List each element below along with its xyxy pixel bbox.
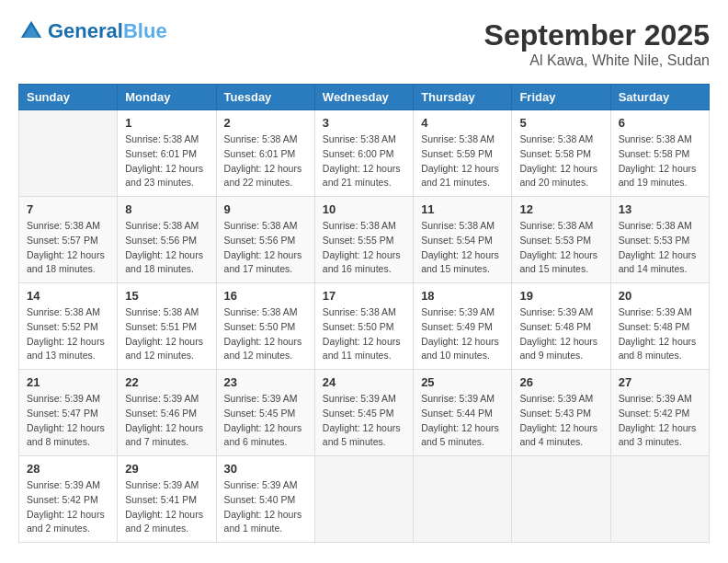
day-info: Sunrise: 5:38 AMSunset: 5:57 PMDaylight:… <box>27 219 109 277</box>
logo: GeneralBlue <box>18 18 167 44</box>
calendar-cell <box>19 110 118 197</box>
calendar-cell: 13Sunrise: 5:38 AMSunset: 5:53 PMDayligh… <box>610 197 709 283</box>
calendar-cell: 5Sunrise: 5:38 AMSunset: 5:58 PMDaylight… <box>512 110 610 197</box>
day-number: 17 <box>323 289 405 303</box>
day-number: 8 <box>125 202 208 216</box>
calendar-cell: 29Sunrise: 5:39 AMSunset: 5:41 PMDayligh… <box>118 456 216 543</box>
calendar-cell: 18Sunrise: 5:39 AMSunset: 5:49 PMDayligh… <box>414 283 512 370</box>
logo-text: GeneralBlue <box>48 21 167 41</box>
day-number: 25 <box>421 375 504 389</box>
calendar-cell: 9Sunrise: 5:38 AMSunset: 5:56 PMDaylight… <box>216 197 314 283</box>
calendar-cell <box>314 456 413 543</box>
calendar-table: SundayMondayTuesdayWednesdayThursdayFrid… <box>18 84 710 543</box>
header-thursday: Thursday <box>414 85 512 110</box>
calendar-cell <box>610 456 709 543</box>
day-number: 30 <box>224 462 307 476</box>
calendar-cell: 27Sunrise: 5:39 AMSunset: 5:42 PMDayligh… <box>610 370 709 456</box>
calendar-week-5: 28Sunrise: 5:39 AMSunset: 5:42 PMDayligh… <box>19 456 710 543</box>
day-info: Sunrise: 5:39 AMSunset: 5:42 PMDaylight:… <box>27 478 109 536</box>
calendar-cell: 24Sunrise: 5:39 AMSunset: 5:45 PMDayligh… <box>314 370 413 456</box>
day-info: Sunrise: 5:38 AMSunset: 5:56 PMDaylight:… <box>125 219 208 277</box>
calendar-week-2: 7Sunrise: 5:38 AMSunset: 5:57 PMDaylight… <box>19 197 710 283</box>
day-number: 10 <box>323 202 405 216</box>
calendar-cell: 16Sunrise: 5:38 AMSunset: 5:50 PMDayligh… <box>216 283 314 370</box>
calendar-cell: 11Sunrise: 5:38 AMSunset: 5:54 PMDayligh… <box>414 197 512 283</box>
day-info: Sunrise: 5:39 AMSunset: 5:48 PMDaylight:… <box>519 305 602 363</box>
day-info: Sunrise: 5:39 AMSunset: 5:49 PMDaylight:… <box>421 305 504 363</box>
calendar-cell: 17Sunrise: 5:38 AMSunset: 5:50 PMDayligh… <box>314 283 413 370</box>
day-number: 5 <box>519 116 602 130</box>
day-info: Sunrise: 5:38 AMSunset: 6:00 PMDaylight:… <box>323 132 405 190</box>
day-info: Sunrise: 5:38 AMSunset: 6:01 PMDaylight:… <box>125 132 208 190</box>
calendar-cell: 2Sunrise: 5:38 AMSunset: 6:01 PMDaylight… <box>216 110 314 197</box>
day-info: Sunrise: 5:39 AMSunset: 5:46 PMDaylight:… <box>125 392 208 450</box>
calendar-cell: 4Sunrise: 5:38 AMSunset: 5:59 PMDaylight… <box>414 110 512 197</box>
day-number: 12 <box>519 202 602 216</box>
day-info: Sunrise: 5:38 AMSunset: 5:55 PMDaylight:… <box>323 219 405 277</box>
day-number: 24 <box>323 375 405 389</box>
day-info: Sunrise: 5:39 AMSunset: 5:48 PMDaylight:… <box>619 305 701 363</box>
day-number: 2 <box>224 116 307 130</box>
day-info: Sunrise: 5:38 AMSunset: 5:53 PMDaylight:… <box>619 219 701 277</box>
calendar-week-4: 21Sunrise: 5:39 AMSunset: 5:47 PMDayligh… <box>19 370 710 456</box>
day-info: Sunrise: 5:39 AMSunset: 5:45 PMDaylight:… <box>224 392 307 450</box>
calendar-cell: 14Sunrise: 5:38 AMSunset: 5:52 PMDayligh… <box>19 283 118 370</box>
logo-blue: Blue <box>123 19 167 42</box>
day-info: Sunrise: 5:38 AMSunset: 5:50 PMDaylight:… <box>323 305 405 363</box>
calendar-week-1: 1Sunrise: 5:38 AMSunset: 6:01 PMDaylight… <box>19 110 710 197</box>
day-number: 29 <box>125 462 208 476</box>
day-number: 9 <box>224 202 307 216</box>
day-number: 13 <box>619 202 701 216</box>
day-number: 4 <box>421 116 504 130</box>
day-info: Sunrise: 5:39 AMSunset: 5:44 PMDaylight:… <box>421 392 504 450</box>
day-number: 1 <box>125 116 208 130</box>
calendar-header-row: SundayMondayTuesdayWednesdayThursdayFrid… <box>19 85 710 110</box>
calendar-cell: 25Sunrise: 5:39 AMSunset: 5:44 PMDayligh… <box>414 370 512 456</box>
day-info: Sunrise: 5:38 AMSunset: 5:59 PMDaylight:… <box>421 132 504 190</box>
day-info: Sunrise: 5:38 AMSunset: 6:01 PMDaylight:… <box>224 132 307 190</box>
day-number: 23 <box>224 375 307 389</box>
calendar-cell: 8Sunrise: 5:38 AMSunset: 5:56 PMDaylight… <box>118 197 216 283</box>
calendar-cell <box>414 456 512 543</box>
day-number: 3 <box>323 116 405 130</box>
day-info: Sunrise: 5:39 AMSunset: 5:40 PMDaylight:… <box>224 478 307 536</box>
day-info: Sunrise: 5:38 AMSunset: 5:52 PMDaylight:… <box>27 305 109 363</box>
logo-icon <box>18 18 44 44</box>
day-info: Sunrise: 5:38 AMSunset: 5:58 PMDaylight:… <box>619 132 701 190</box>
calendar-cell: 1Sunrise: 5:38 AMSunset: 6:01 PMDaylight… <box>118 110 216 197</box>
day-number: 14 <box>27 289 109 303</box>
calendar-cell: 19Sunrise: 5:39 AMSunset: 5:48 PMDayligh… <box>512 283 610 370</box>
day-number: 15 <box>125 289 208 303</box>
day-info: Sunrise: 5:39 AMSunset: 5:42 PMDaylight:… <box>619 392 701 450</box>
calendar-week-3: 14Sunrise: 5:38 AMSunset: 5:52 PMDayligh… <box>19 283 710 370</box>
day-number: 19 <box>519 289 602 303</box>
header-friday: Friday <box>512 85 610 110</box>
day-number: 18 <box>421 289 504 303</box>
day-info: Sunrise: 5:38 AMSunset: 5:50 PMDaylight:… <box>224 305 307 363</box>
day-info: Sunrise: 5:39 AMSunset: 5:47 PMDaylight:… <box>27 392 109 450</box>
title-block: September 2025 Al Kawa, White Nile, Suda… <box>484 18 710 69</box>
header-sunday: Sunday <box>19 85 118 110</box>
day-number: 7 <box>27 202 109 216</box>
calendar-cell: 21Sunrise: 5:39 AMSunset: 5:47 PMDayligh… <box>19 370 118 456</box>
calendar-cell: 6Sunrise: 5:38 AMSunset: 5:58 PMDaylight… <box>610 110 709 197</box>
location-title: Al Kawa, White Nile, Sudan <box>484 52 710 69</box>
calendar-cell: 10Sunrise: 5:38 AMSunset: 5:55 PMDayligh… <box>314 197 413 283</box>
day-number: 11 <box>421 202 504 216</box>
calendar-cell: 22Sunrise: 5:39 AMSunset: 5:46 PMDayligh… <box>118 370 216 456</box>
header-saturday: Saturday <box>610 85 709 110</box>
day-number: 26 <box>519 375 602 389</box>
day-info: Sunrise: 5:38 AMSunset: 5:56 PMDaylight:… <box>224 219 307 277</box>
day-number: 6 <box>619 116 701 130</box>
calendar-cell <box>512 456 610 543</box>
calendar-cell: 12Sunrise: 5:38 AMSunset: 5:53 PMDayligh… <box>512 197 610 283</box>
day-number: 28 <box>27 462 109 476</box>
day-number: 21 <box>27 375 109 389</box>
calendar-cell: 23Sunrise: 5:39 AMSunset: 5:45 PMDayligh… <box>216 370 314 456</box>
calendar-cell: 7Sunrise: 5:38 AMSunset: 5:57 PMDaylight… <box>19 197 118 283</box>
day-number: 27 <box>619 375 701 389</box>
day-number: 16 <box>224 289 307 303</box>
calendar-cell: 20Sunrise: 5:39 AMSunset: 5:48 PMDayligh… <box>610 283 709 370</box>
calendar-cell: 3Sunrise: 5:38 AMSunset: 6:00 PMDaylight… <box>314 110 413 197</box>
day-info: Sunrise: 5:39 AMSunset: 5:45 PMDaylight:… <box>323 392 405 450</box>
